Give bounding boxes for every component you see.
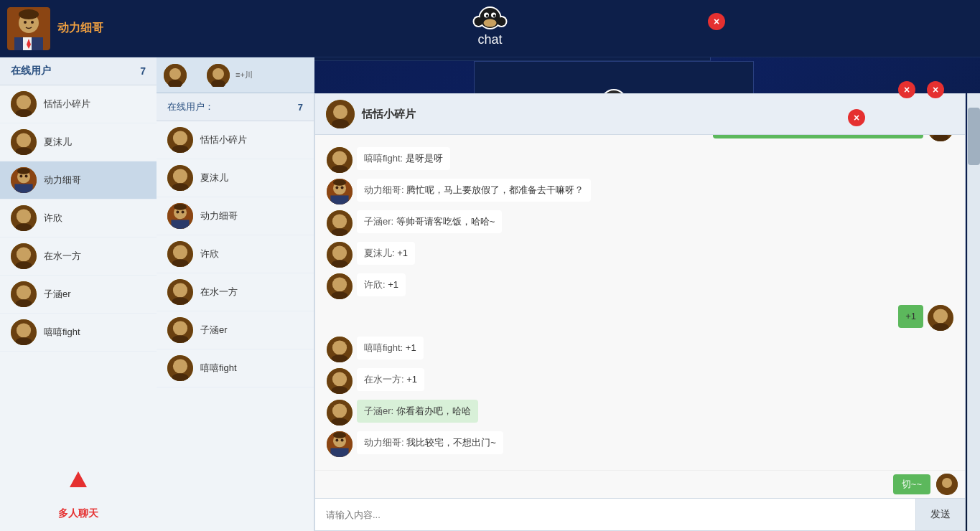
msg-bubble: 嘻嘻fight: +1	[357, 337, 424, 360]
svg-point-52	[17, 133, 31, 147]
svg-point-82	[176, 211, 179, 214]
msg-avatar	[928, 135, 953, 141]
user-avatar	[11, 129, 37, 155]
chat-input[interactable]	[315, 499, 915, 530]
close-btn-1[interactable]: ×	[708, 13, 725, 30]
second-panel-user-item[interactable]: 许欣	[157, 235, 314, 273]
user-name: 许欣	[44, 212, 62, 225]
tab-area: ≡+川	[157, 57, 314, 93]
user-name: 动力细哥	[44, 174, 81, 187]
svg-point-59	[25, 175, 28, 178]
multi-chat-label: 多人聊天	[58, 507, 98, 520]
second-panel-user-item[interactable]: 子涵er	[157, 311, 314, 349]
sidebar-user-item[interactable]: 在水一方	[0, 238, 157, 276]
tab-avatar-2	[207, 64, 230, 87]
user-avatar	[11, 319, 37, 345]
second-panel-user-item[interactable]: 动力细哥	[157, 197, 314, 235]
chat-messages: 动力细哥: 哈喽，在忙啥呢，出来冒个泡吧~ 哟，你这个大忙人，今天竟然有空出来冒…	[315, 135, 965, 470]
scrollbar-thumb[interactable]	[968, 108, 980, 165]
second-panel: 在线用户： 7 恬恬小碎片 夏沫儿 动力细哥 许欣 在水一方	[157, 93, 314, 531]
msg-text: 动力细哥: 我比较宅，不想出门~	[364, 437, 496, 448]
tab-item[interactable]	[157, 60, 200, 90]
close-btn-4[interactable]: ×	[848, 109, 865, 126]
msg-text: 在水一方: +1	[364, 374, 417, 385]
svg-point-29	[24, 21, 27, 24]
message-row: 嘻嘻fight: 是呀是呀	[322, 147, 958, 173]
user-avatar	[167, 241, 193, 267]
msg-text: 子涵er: 等帅哥请客吃饭，哈哈~	[364, 216, 495, 227]
sidebar-user-item[interactable]: 恬恬小碎片	[0, 85, 157, 123]
svg-point-41	[493, 14, 495, 17]
sidebar-user-item[interactable]: 许欣	[0, 199, 157, 238]
sidebar-user-item[interactable]: 夏沫儿	[0, 123, 157, 161]
msg-avatar	[327, 400, 353, 426]
tab-item-2[interactable]: ≡+川	[200, 60, 260, 90]
second-panel-user-item[interactable]: 在水一方	[157, 273, 314, 311]
svg-point-88	[173, 283, 187, 297]
svg-point-46	[213, 68, 224, 80]
second-panel-header: 在线用户： 7	[157, 93, 314, 121]
user-name: 在水一方	[200, 286, 238, 299]
svg-point-115	[335, 187, 338, 189]
sidebar-user-item[interactable]: 嘻嘻fight	[0, 314, 157, 352]
msg-avatar	[327, 242, 353, 268]
msg-bubble: 哟，你这个大忙人，今天竟然有空出来冒泡了～	[713, 135, 923, 138]
user-name: 恬恬小碎片	[44, 98, 90, 111]
close-btn-3[interactable]: ×	[927, 81, 944, 98]
chat-window: 恬恬小碎片 动力细哥: 哈喽，在忙啥呢，出来冒个泡吧~ 哟，你这个大忙人，今天竟…	[314, 93, 966, 531]
sidebar-user-item[interactable]: 动力细哥	[0, 161, 157, 199]
sidebar-user-item[interactable]: 子涵er	[0, 276, 157, 314]
sidebar-user-list: 恬恬小碎片 夏沫儿 动力细哥 许欣 在水一方 子涵er 嘻嘻fight	[0, 85, 157, 461]
second-panel-user-item[interactable]: 恬恬小碎片	[157, 121, 314, 159]
user-avatar	[11, 91, 37, 117]
svg-rect-114	[330, 195, 348, 205]
message-row: +1	[322, 305, 958, 331]
chat-header-avatar	[326, 100, 355, 128]
svg-point-40	[485, 14, 488, 17]
second-panel-user-item[interactable]: 夏沫儿	[157, 159, 314, 197]
msg-bubble: 动力细哥: 我比较宅，不想出门~	[357, 431, 503, 454]
user-name: 夏沫儿	[44, 136, 72, 149]
message-row: 动力细哥: 我比较宅，不想出门~	[322, 431, 958, 457]
svg-point-124	[332, 277, 347, 291]
close-btn-2[interactable]: ×	[898, 81, 915, 98]
user-avatar	[167, 165, 193, 191]
last-msg-avatar	[936, 474, 958, 495]
message-row: 夏沫儿: +1	[322, 242, 958, 268]
msg-avatar	[327, 147, 353, 173]
user-avatar	[167, 127, 193, 153]
msg-text: 动力细哥: 腾忙呢，马上要放假了，都准备去干嘛呀？	[364, 184, 584, 195]
svg-point-121	[332, 245, 347, 260]
second-panel-user-item[interactable]: 嘻嘻fight	[157, 349, 314, 387]
user-avatar	[11, 205, 37, 231]
svg-point-142	[335, 439, 338, 442]
svg-point-24	[19, 9, 39, 19]
msg-text: 夏沫儿: +1	[364, 248, 408, 258]
user-name: 嘻嘻fight	[200, 362, 237, 375]
chat-input-area: 发送	[315, 498, 965, 530]
message-row: 许欣: +1	[322, 273, 958, 299]
svg-point-118	[332, 214, 347, 228]
svg-point-145	[942, 478, 952, 488]
user-name: 许欣	[200, 248, 219, 260]
svg-point-85	[173, 245, 187, 259]
chat-monkey-icon-header	[470, 4, 510, 36]
svg-point-49	[17, 95, 31, 109]
user-name: 夏沫儿	[200, 171, 228, 184]
svg-point-109	[332, 151, 347, 165]
msg-text: 嘻嘻fight: +1	[364, 342, 416, 353]
svg-point-70	[17, 323, 31, 337]
svg-point-143	[341, 439, 344, 442]
svg-point-107	[932, 135, 948, 141]
msg-text: +1	[905, 311, 916, 321]
msg-bubble: 子涵er: 你看着办吧，哈哈	[357, 400, 478, 423]
svg-point-73	[173, 131, 187, 145]
send-button[interactable]: 发送	[915, 499, 965, 530]
msg-bubble: 夏沫儿: +1	[357, 242, 415, 265]
chat-header: 恬恬小碎片	[315, 94, 965, 135]
svg-point-61	[17, 209, 31, 223]
message-row: 子涵er: 等帅哥请客吃饭，哈哈~	[322, 210, 958, 236]
user-avatar	[167, 355, 193, 381]
user-avatar	[167, 203, 193, 229]
msg-avatar	[327, 368, 353, 394]
